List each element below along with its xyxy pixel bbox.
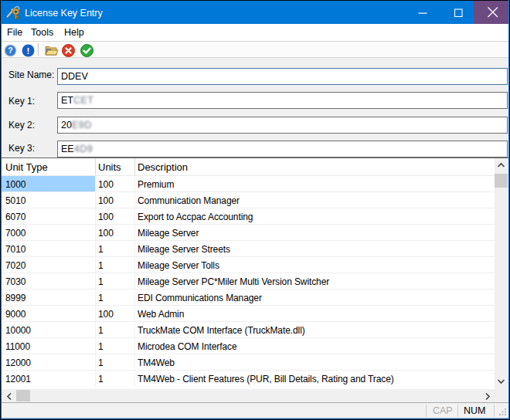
svg-text:?: ?: [8, 46, 12, 55]
svg-text:!: !: [27, 46, 30, 56]
